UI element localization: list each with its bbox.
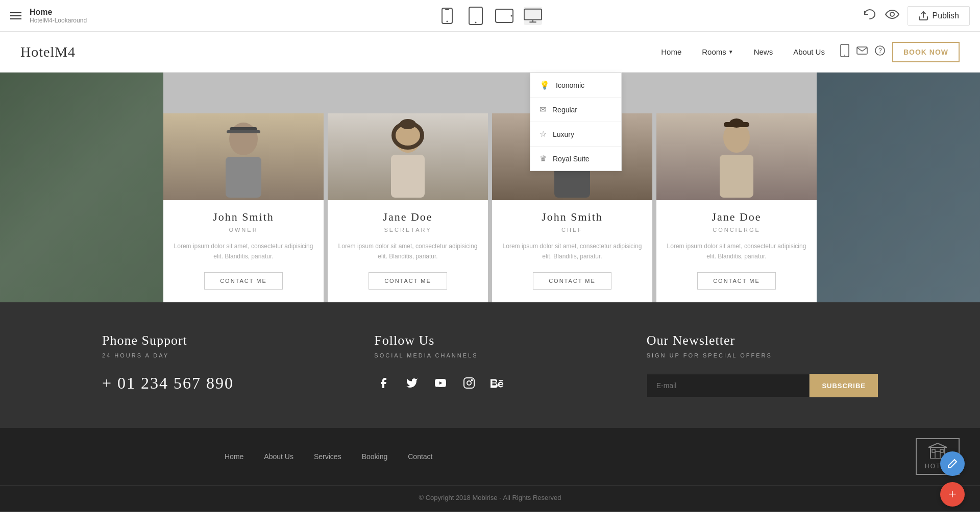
staff-photo-1: [328, 113, 488, 200]
footer-nav-services[interactable]: Services: [314, 452, 341, 461]
footer-nav-contact[interactable]: Contact: [408, 452, 432, 461]
help-icon[interactable]: ?: [875, 45, 885, 58]
nav-rooms-label: Rooms: [702, 47, 726, 56]
edit-fab-button[interactable]: [940, 451, 965, 476]
svg-text:?: ?: [878, 47, 882, 54]
dropdown-item-luxury[interactable]: ☆ Luxury: [530, 122, 621, 147]
staff-name-3: Jane Doe: [712, 210, 761, 224]
hamburger-menu[interactable]: [10, 12, 21, 19]
svg-rect-30: [464, 378, 474, 388]
nav-icon-group: ? BOOK NOW: [840, 42, 960, 62]
svg-rect-18: [227, 130, 260, 133]
luxury-icon: ☆: [540, 129, 547, 139]
footer-nav-about[interactable]: About Us: [264, 452, 293, 461]
staff-role-3: CONCIERGE: [713, 227, 761, 233]
svg-point-8: [890, 12, 894, 16]
nav-about[interactable]: About Us: [793, 47, 825, 56]
newsletter-heading: Our Newsletter: [647, 333, 878, 348]
phone-number: + 01 234 567 890: [102, 374, 333, 393]
footer-social-col: Follow Us SOCIAL MEDIA CHANNELS: [374, 333, 605, 397]
top-bar-actions: Publish: [863, 6, 970, 26]
dropdown-label-regular: Regular: [552, 106, 577, 114]
email-icon[interactable]: [856, 46, 868, 57]
tablet-landscape-view-button[interactable]: [495, 7, 513, 25]
staff-photo-3: [656, 113, 817, 200]
nav-home[interactable]: Home: [661, 47, 681, 56]
publish-button[interactable]: Publish: [908, 6, 970, 26]
svg-rect-12: [857, 47, 867, 54]
publish-label: Publish: [933, 11, 959, 20]
svg-point-6: [511, 15, 512, 16]
plus-icon: +: [948, 487, 957, 501]
mobile-icon[interactable]: [840, 44, 849, 60]
mobile-view-button[interactable]: [438, 7, 456, 25]
rooms-dropdown: 💡 Iconomic ✉ Regular ☆ Luxury ♛ Royal Su…: [530, 73, 622, 171]
add-fab-button[interactable]: +: [940, 482, 965, 507]
behance-icon[interactable]: [488, 374, 507, 392]
staff-role-2: CHEF: [561, 227, 583, 233]
instagram-icon[interactable]: [460, 374, 478, 392]
staff-name-0: John Smith: [213, 210, 274, 224]
nav-news[interactable]: News: [754, 47, 773, 56]
regular-icon: ✉: [540, 105, 546, 114]
svg-rect-36: [932, 449, 935, 452]
footer-nav: Home About Us Services Booking Contact: [225, 452, 432, 461]
undo-button[interactable]: [863, 8, 877, 23]
footer-nav-home[interactable]: Home: [225, 452, 243, 461]
twitter-icon[interactable]: [403, 374, 421, 392]
dropdown-label-royal-suite: Royal Suite: [553, 155, 590, 163]
footer-nav-booking[interactable]: Booking: [362, 452, 388, 461]
phone-heading: Phone Support: [102, 333, 333, 348]
staff-card-0: John Smith OWNER Lorem ipsum dolor sit a…: [163, 113, 324, 302]
desktop-view-button[interactable]: [524, 7, 542, 25]
staff-photo-0: [163, 113, 324, 200]
tablet-view-button[interactable]: [467, 7, 485, 25]
phone-subheading: 24 HOURS A DAY: [102, 352, 333, 358]
navbar: HotelM4 Home Rooms ▼ News About Us ?: [0, 32, 980, 73]
svg-point-32: [472, 380, 473, 381]
chevron-down-icon: ▼: [728, 49, 733, 55]
preview-button[interactable]: [885, 9, 899, 22]
social-icons-group: [374, 374, 605, 392]
footer-copyright: © Copyright 2018 Mobirise - All Rights R…: [0, 485, 980, 512]
newsletter-form: SUBSCRIBE: [647, 374, 878, 397]
staff-cards-container: John Smith OWNER Lorem ipsum dolor sit a…: [0, 73, 980, 302]
facebook-icon[interactable]: [374, 374, 393, 392]
newsletter-subheading: SIGN UP FOR SPECIAL OFFERS: [647, 352, 878, 358]
device-switcher: [438, 7, 542, 25]
footer-phone-col: Phone Support 24 HOURS A DAY + 01 234 56…: [102, 333, 333, 397]
contact-btn-3[interactable]: CONTACT ME: [697, 272, 776, 290]
staff-card-1: Jane Doe SECRETARY Lorem ipsum dolor sit…: [328, 113, 488, 302]
youtube-icon[interactable]: [431, 374, 450, 392]
staff-section: John Smith OWNER Lorem ipsum dolor sit a…: [0, 73, 980, 302]
staff-card-3: Jane Doe CONCIERGE Lorem ipsum dolor sit…: [656, 113, 817, 302]
dropdown-label-luxury: Luxury: [553, 130, 574, 138]
contact-btn-1[interactable]: CONTACT ME: [369, 272, 447, 290]
app-title-block: Home HotelM4-Lookaround: [30, 8, 87, 24]
staff-desc-3: Lorem ipsum dolor sit amet, consectetur …: [656, 241, 817, 262]
copyright-text: © Copyright 2018 Mobirise - All Rights R…: [419, 494, 561, 501]
top-bar: Home HotelM4-Lookaround: [0, 0, 980, 32]
svg-rect-2: [445, 9, 449, 10]
svg-point-1: [447, 20, 448, 22]
site-logo[interactable]: HotelM4: [20, 44, 76, 60]
svg-rect-29: [724, 122, 749, 127]
email-input[interactable]: [647, 374, 810, 397]
svg-rect-37: [940, 449, 943, 452]
footer-newsletter-col: Our Newsletter SIGN UP FOR SPECIAL OFFER…: [647, 333, 878, 397]
social-heading: Follow Us: [374, 333, 605, 348]
dropdown-item-iconomic[interactable]: 💡 Iconomic: [530, 73, 621, 98]
app-title: Home: [30, 8, 87, 17]
contact-btn-2[interactable]: CONTACT ME: [533, 272, 611, 290]
svg-point-4: [475, 21, 477, 23]
dropdown-item-regular[interactable]: ✉ Regular: [530, 98, 621, 122]
dropdown-item-royal-suite[interactable]: ♛ Royal Suite: [530, 147, 621, 171]
svg-rect-7: [524, 9, 542, 19]
contact-btn-0[interactable]: CONTACT ME: [204, 272, 283, 290]
book-now-button[interactable]: BOOK NOW: [892, 42, 960, 62]
staff-role-1: SECRETARY: [384, 227, 431, 233]
nav-rooms[interactable]: Rooms ▼: [702, 47, 733, 56]
subscribe-button[interactable]: SUBSCRIBE: [810, 374, 878, 397]
dropdown-label-iconomic: Iconomic: [556, 81, 584, 89]
svg-point-11: [844, 55, 845, 56]
